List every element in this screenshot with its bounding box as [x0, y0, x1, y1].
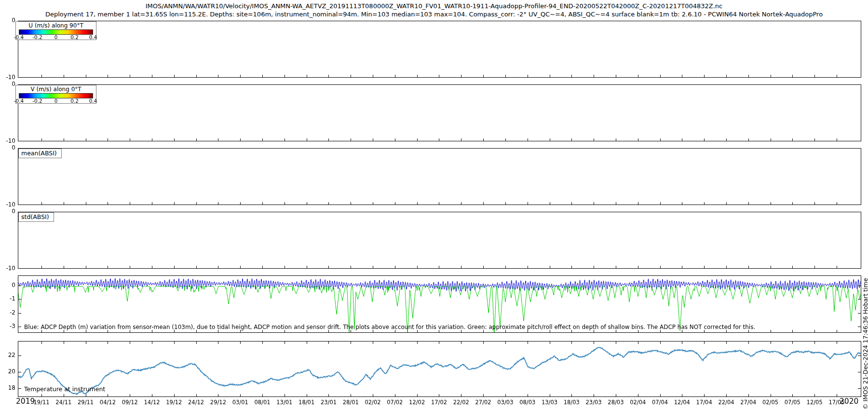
u-colorbar-ticks: -0.4-0.200.20.4: [19, 34, 93, 40]
figure-root: IMOS/ANMN/WA/WATR10/Velocity/IMOS_ANMN-W…: [0, 0, 868, 410]
x-tick-label: 08/01: [251, 399, 274, 406]
y-tick-label: -10: [0, 265, 15, 272]
x-tick-label: 29/11: [74, 399, 97, 406]
v-colorbar-title: V (m/s) along 0°T: [16, 85, 96, 93]
x-tick-label: 07/05: [781, 399, 804, 406]
x-tick-label: 19/12: [163, 399, 186, 406]
x-year-start-label: 2019: [16, 397, 35, 406]
x-tick-label: 02/04: [626, 399, 650, 406]
x-tick-label: 27/02: [472, 399, 495, 406]
y-tick-label: 18: [0, 384, 15, 391]
x-tick-label: 22/04: [715, 399, 738, 406]
y-tick-label: -10: [0, 201, 15, 208]
x-tick-label: 22/02: [449, 399, 473, 406]
colorbar-tick-label: 0: [54, 98, 58, 104]
x-tick-label: 12/04: [670, 399, 693, 406]
x-tick-label: 23/03: [582, 399, 605, 406]
v-colorbar-ticks: -0.4-0.200.20.4: [19, 98, 93, 104]
x-tick-label: 07/04: [649, 399, 672, 406]
x-tick-label: 08/03: [516, 399, 539, 406]
x-tick-label: 04/12: [96, 399, 119, 406]
y-tick-label: 0: [0, 282, 15, 288]
depth-annotation: Blue: ADCP Depth (m) variation from sens…: [24, 324, 755, 330]
colorbar-tick-label: -0.2: [32, 34, 42, 40]
x-tick-label: 13/01: [273, 399, 296, 406]
copyright-vertical-text: © IMOS 21-Dec-2024 17:46:36 Hobart time: [862, 278, 868, 410]
x-tick-label: 12/05: [803, 399, 826, 406]
x-tick-label: 23/01: [317, 399, 340, 406]
y-tick-label: 0: [0, 81, 15, 87]
y-tick-label: 22: [0, 352, 15, 358]
y-tick-label: 0: [0, 144, 15, 151]
x-tick-label: 29/12: [206, 399, 230, 406]
y-tick-label: 20: [0, 368, 15, 375]
y-tick-label: -3: [0, 323, 15, 329]
x-tick-label: 24/12: [185, 399, 208, 406]
colorbar-tick-label: 0: [54, 34, 58, 40]
x-tick-label: 18/03: [560, 399, 583, 406]
plot-canvas: [0, 0, 868, 410]
y-tick-label: -10: [0, 74, 15, 81]
x-tick-label: 27/04: [737, 399, 760, 406]
std-absi-label: std(ABSI): [18, 212, 54, 222]
x-tick-label: 13/03: [538, 399, 561, 406]
x-tick-label: 24/11: [52, 399, 75, 406]
y-tick-label: -10: [0, 137, 15, 144]
u-colorbar-legend: U (m/s) along 90°T -0.4-0.200.20.4: [15, 21, 96, 40]
mean-absi-label: mean(ABSI): [18, 149, 62, 158]
x-tick-label: 03/01: [229, 399, 252, 406]
temperature-label: Temperature at instrument: [24, 385, 105, 393]
x-tick-label: 28/01: [339, 399, 362, 406]
u-colorbar-title: U (m/s) along 90°T: [16, 22, 96, 29]
x-tick-label: 03/03: [494, 399, 517, 406]
x-tick-label: 17/02: [427, 399, 450, 406]
x-tick-label: 02/05: [759, 399, 782, 406]
y-tick-label: 0: [0, 208, 15, 215]
x-tick-label: 07/02: [383, 399, 407, 406]
colorbar-tick-label: -0.2: [32, 98, 42, 104]
y-tick-label: -1: [0, 295, 15, 302]
colorbar-tick-label: -0.4: [14, 98, 24, 104]
colorbar-tick-label: 0.4: [89, 34, 97, 40]
colorbar-tick-label: 0.2: [70, 34, 79, 40]
x-tick-label: 28/03: [604, 399, 627, 406]
x-year-end-label: 2020: [840, 397, 858, 406]
colorbar-tick-label: -0.4: [14, 34, 24, 40]
x-tick-label: 12/02: [406, 399, 429, 406]
x-tick-label: 17/04: [692, 399, 716, 406]
y-tick-label: -2: [0, 309, 15, 316]
x-tick-label: 09/12: [118, 399, 141, 406]
colorbar-tick-label: 0.4: [89, 98, 97, 104]
v-colorbar-legend: V (m/s) along 0°T -0.4-0.200.20.4: [15, 85, 96, 104]
y-tick-label: 0: [0, 17, 15, 24]
colorbar-tick-label: 0.2: [70, 98, 79, 104]
x-tick-label: 14/12: [140, 399, 163, 406]
x-tick-label: 18/01: [295, 399, 318, 406]
x-tick-label: 02/02: [361, 399, 384, 406]
